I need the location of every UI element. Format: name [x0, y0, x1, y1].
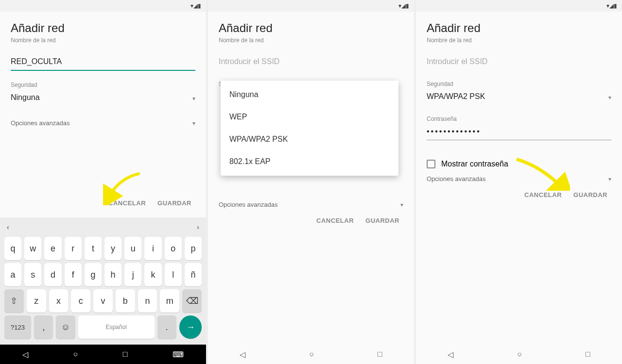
status-icons: ▾◢▮ — [190, 2, 201, 9]
chevron-down-icon: ▾ — [608, 94, 611, 101]
key-t[interactable]: t — [85, 237, 102, 260]
key-o[interactable]: o — [165, 237, 182, 260]
nav-recent-icon[interactable]: □ — [123, 350, 128, 359]
key-f[interactable]: f — [65, 263, 82, 286]
screenshot-3: ▾◢▮ Añadir red Nombre de la red Introduc… — [416, 0, 622, 364]
security-option-8021x[interactable]: 802.1x EAP — [221, 150, 398, 173]
add-network-dialog: Añadir red Nombre de la red Introducir e… — [208, 12, 414, 235]
key-x[interactable]: x — [49, 289, 69, 313]
dialog-title: Añadir red — [427, 21, 611, 35]
key-row-3: ⇧zxcvbnm⌫ — [3, 289, 203, 313]
key-symbols[interactable]: ?123 — [4, 315, 31, 339]
password-label: Contraseña — [427, 116, 611, 122]
nav-keyboard-icon[interactable]: ⌨ — [173, 350, 184, 359]
security-option-wep[interactable]: WEP — [221, 106, 398, 128]
key-⇧[interactable]: ⇧ — [4, 289, 24, 313]
key-s[interactable]: s — [24, 263, 41, 286]
add-network-dialog: Añadir red Nombre de la red Introducir e… — [416, 12, 622, 209]
key-v[interactable]: v — [93, 289, 113, 313]
key-⌫[interactable]: ⌫ — [182, 289, 202, 313]
dialog-title: Añadir red — [219, 21, 403, 35]
nav-recent-icon[interactable]: □ — [378, 350, 382, 359]
key-row-4: ?123 , ☺ Español . → — [3, 315, 203, 339]
advanced-options[interactable]: Opciones avanzadas ▾ — [427, 175, 611, 182]
key-period[interactable]: . — [157, 315, 176, 339]
security-label: Seguridad — [427, 81, 611, 87]
nav-home-icon[interactable]: ○ — [73, 350, 78, 359]
key-l[interactable]: l — [165, 263, 182, 286]
password-input[interactable]: ••••••••••••• — [427, 125, 611, 140]
save-button[interactable]: GUARDAR — [365, 217, 399, 224]
key-row-2: asdfghjklñ — [3, 263, 203, 286]
status-bar: ▾◢▮ — [416, 0, 622, 12]
chevron-down-icon: ▾ — [192, 120, 195, 127]
key-comma[interactable]: , — [34, 315, 53, 339]
key-emoji[interactable]: ☺ — [56, 315, 75, 339]
nav-back-icon[interactable]: ◁ — [448, 350, 453, 359]
nav-bar: ◁ ○ □ — [416, 345, 622, 364]
ssid-input[interactable]: RED_OCULTA — [11, 55, 195, 71]
key-i[interactable]: i — [144, 237, 161, 260]
security-select[interactable]: WPA/WPA2 PSK ▾ — [427, 90, 611, 105]
chevron-down-icon: ▾ — [192, 95, 195, 102]
key-n[interactable]: n — [138, 289, 157, 313]
advanced-options[interactable]: Opciones avanzadas ▾ — [11, 119, 195, 127]
suggestion-bar[interactable]: ‹› — [2, 220, 204, 234]
status-bar: ▾◢▮ — [208, 0, 414, 12]
key-d[interactable]: d — [44, 263, 61, 286]
ssid-label: Nombre de la red — [11, 37, 195, 44]
nav-back-icon[interactable]: ◁ — [240, 350, 245, 359]
key-y[interactable]: y — [104, 237, 121, 260]
cancel-button[interactable]: CANCELAR — [316, 217, 354, 224]
status-bar: ▾◢▮ — [0, 0, 206, 12]
add-network-dialog: Añadir red Nombre de la red RED_OCULTA S… — [0, 12, 206, 217]
cancel-button[interactable]: CANCELAR — [108, 199, 146, 207]
key-c[interactable]: c — [71, 289, 90, 313]
nav-home-icon[interactable]: ○ — [517, 350, 522, 359]
nav-bar: ◁ ○ □ — [208, 345, 414, 364]
advanced-options[interactable]: Opciones avanzadas ▾ — [219, 201, 403, 208]
key-e[interactable]: e — [44, 237, 61, 260]
nav-home-icon[interactable]: ○ — [309, 350, 314, 359]
save-button[interactable]: GUARDAR — [573, 191, 607, 199]
key-row-1: qwertyuiop — [3, 237, 203, 260]
soft-keyboard[interactable]: ‹› qwertyuiop asdfghjklñ ⇧zxcvbnm⌫ ?123 … — [0, 217, 206, 345]
nav-back-icon[interactable]: ◁ — [22, 350, 28, 359]
security-option-none[interactable]: Ninguna — [221, 83, 398, 106]
key-p[interactable]: p — [185, 237, 202, 260]
checkbox-icon — [427, 160, 435, 168]
key-enter[interactable]: → — [179, 315, 202, 339]
dialog-title: Añadir red — [11, 21, 195, 35]
ssid-input[interactable]: Introducir el SSID — [219, 55, 403, 70]
nav-recent-icon[interactable]: □ — [586, 350, 590, 359]
key-u[interactable]: u — [124, 237, 141, 260]
key-a[interactable]: a — [4, 263, 21, 286]
key-j[interactable]: j — [124, 263, 141, 286]
security-option-wpa[interactable]: WPA/WPA2 PSK — [221, 128, 398, 150]
key-ñ[interactable]: ñ — [185, 263, 202, 286]
key-q[interactable]: q — [4, 237, 21, 260]
save-button[interactable]: GUARDAR — [157, 199, 191, 207]
security-label: Seguridad — [11, 82, 195, 88]
key-k[interactable]: k — [144, 263, 161, 286]
key-h[interactable]: h — [104, 263, 121, 286]
chevron-down-icon: ▾ — [608, 176, 611, 182]
key-b[interactable]: b — [116, 289, 135, 313]
key-r[interactable]: r — [65, 237, 82, 260]
screenshot-1: ▾◢▮ Añadir red Nombre de la red RED_OCUL… — [0, 0, 208, 364]
cancel-button[interactable]: CANCELAR — [524, 191, 562, 199]
key-w[interactable]: w — [24, 237, 41, 260]
screenshot-2: ▾◢▮ Añadir red Nombre de la red Introduc… — [208, 0, 416, 364]
key-z[interactable]: z — [27, 289, 46, 313]
ssid-input[interactable]: Introducir el SSID — [427, 55, 611, 70]
key-space[interactable]: Español — [78, 315, 155, 339]
key-m[interactable]: m — [160, 289, 179, 313]
show-password-checkbox[interactable]: Mostrar contraseña — [427, 160, 611, 168]
chevron-down-icon: ▾ — [400, 201, 403, 208]
security-select[interactable]: Ninguna ▾ — [11, 91, 195, 106]
nav-bar: ◁ ○ □ ⌨ — [0, 345, 206, 364]
security-dropdown-popup: Ninguna WEP WPA/WPA2 PSK 802.1x EAP — [221, 81, 398, 176]
ssid-label: Nombre de la red — [219, 37, 403, 44]
key-g[interactable]: g — [85, 263, 102, 286]
ssid-label: Nombre de la red — [427, 37, 611, 44]
